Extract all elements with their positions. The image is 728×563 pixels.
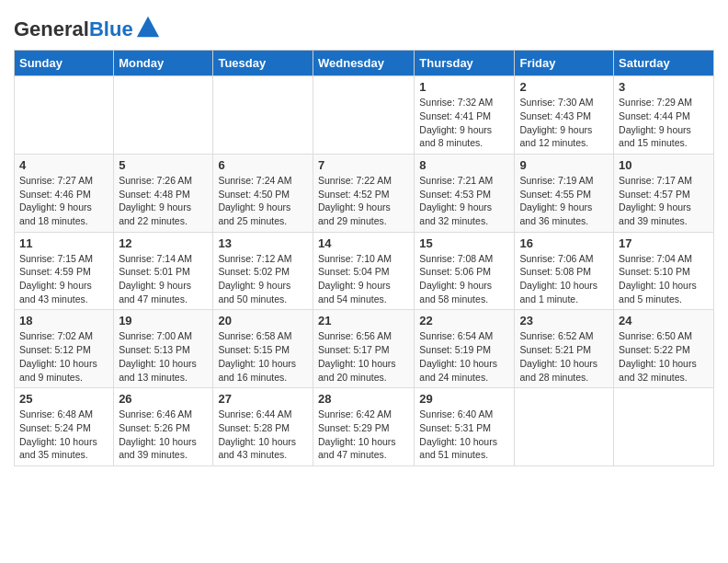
calendar-cell: 19Sunrise: 7:00 AMSunset: 5:13 PMDayligh…	[114, 310, 213, 388]
day-number: 10	[619, 158, 709, 172]
day-number: 3	[619, 80, 709, 94]
calendar-cell: 11Sunrise: 7:15 AMSunset: 4:59 PMDayligh…	[15, 232, 114, 310]
day-info: Sunrise: 7:17 AMSunset: 4:57 PMDaylight:…	[619, 174, 709, 228]
day-info: Sunrise: 7:30 AMSunset: 4:43 PMDaylight:…	[519, 96, 609, 150]
day-number: 11	[19, 236, 108, 250]
header-row: SundayMondayTuesdayWednesdayThursdayFrid…	[15, 51, 714, 76]
day-info: Sunrise: 7:10 AMSunset: 5:04 PMDaylight:…	[318, 252, 409, 306]
day-info: Sunrise: 7:27 AMSunset: 4:46 PMDaylight:…	[19, 174, 108, 228]
calendar-cell: 18Sunrise: 7:02 AMSunset: 5:12 PMDayligh…	[15, 310, 114, 388]
day-info: Sunrise: 6:52 AMSunset: 5:21 PMDaylight:…	[519, 329, 609, 384]
calendar-cell	[313, 76, 414, 155]
header-cell-saturday: Saturday	[614, 51, 714, 76]
day-info: Sunrise: 7:21 AMSunset: 4:53 PMDaylight:…	[419, 174, 509, 228]
day-number: 1	[419, 80, 509, 94]
day-number: 7	[318, 158, 409, 172]
calendar-cell: 14Sunrise: 7:10 AMSunset: 5:04 PMDayligh…	[313, 232, 414, 310]
header-cell-monday: Monday	[114, 51, 213, 76]
day-number: 18	[19, 314, 108, 327]
day-number: 2	[519, 80, 609, 94]
day-number: 29	[419, 392, 509, 406]
day-number: 14	[318, 236, 409, 250]
logo-icon	[135, 15, 161, 40]
calendar-week-4: 18Sunrise: 7:02 AMSunset: 5:12 PMDayligh…	[15, 310, 714, 388]
calendar-cell	[213, 76, 313, 155]
day-info: Sunrise: 7:04 AMSunset: 5:10 PMDaylight:…	[619, 252, 709, 306]
calendar-cell: 28Sunrise: 6:42 AMSunset: 5:29 PMDayligh…	[313, 388, 414, 466]
calendar-cell: 21Sunrise: 6:56 AMSunset: 5:17 PMDayligh…	[313, 310, 414, 388]
day-number: 16	[519, 236, 609, 250]
calendar-cell: 15Sunrise: 7:08 AMSunset: 5:06 PMDayligh…	[415, 232, 515, 310]
day-info: Sunrise: 6:44 AMSunset: 5:28 PMDaylight:…	[218, 408, 308, 462]
day-number: 8	[419, 158, 509, 172]
calendar-cell: 17Sunrise: 7:04 AMSunset: 5:10 PMDayligh…	[614, 232, 714, 310]
day-info: Sunrise: 6:58 AMSunset: 5:15 PMDaylight:…	[218, 329, 308, 384]
calendar-cell: 8Sunrise: 7:21 AMSunset: 4:53 PMDaylight…	[415, 154, 515, 232]
day-info: Sunrise: 7:00 AMSunset: 5:13 PMDaylight:…	[119, 329, 208, 384]
day-info: Sunrise: 7:08 AMSunset: 5:06 PMDaylight:…	[419, 252, 509, 306]
calendar-cell: 25Sunrise: 6:48 AMSunset: 5:24 PMDayligh…	[15, 388, 114, 466]
day-info: Sunrise: 7:22 AMSunset: 4:52 PMDaylight:…	[318, 174, 409, 228]
day-number: 28	[318, 392, 409, 406]
day-info: Sunrise: 7:26 AMSunset: 4:48 PMDaylight:…	[119, 174, 208, 228]
calendar-cell: 3Sunrise: 7:29 AMSunset: 4:44 PMDaylight…	[614, 76, 714, 155]
day-number: 22	[419, 314, 509, 327]
calendar-cell: 27Sunrise: 6:44 AMSunset: 5:28 PMDayligh…	[213, 388, 313, 466]
day-info: Sunrise: 6:40 AMSunset: 5:31 PMDaylight:…	[419, 408, 509, 462]
day-number: 6	[218, 158, 308, 172]
day-number: 20	[218, 314, 308, 327]
calendar-week-1: 1Sunrise: 7:32 AMSunset: 4:41 PMDaylight…	[15, 76, 714, 155]
page-header: GeneralBlue	[14, 14, 714, 40]
day-info: Sunrise: 7:29 AMSunset: 4:44 PMDaylight:…	[619, 96, 709, 150]
day-info: Sunrise: 7:06 AMSunset: 5:08 PMDaylight:…	[519, 252, 609, 306]
calendar-week-2: 4Sunrise: 7:27 AMSunset: 4:46 PMDaylight…	[15, 154, 714, 232]
day-number: 12	[119, 236, 208, 250]
calendar-week-5: 25Sunrise: 6:48 AMSunset: 5:24 PMDayligh…	[15, 388, 714, 466]
calendar-week-3: 11Sunrise: 7:15 AMSunset: 4:59 PMDayligh…	[15, 232, 714, 310]
day-info: Sunrise: 7:32 AMSunset: 4:41 PMDaylight:…	[419, 96, 509, 150]
calendar-cell	[15, 76, 114, 155]
day-number: 5	[119, 158, 208, 172]
day-number: 27	[218, 392, 308, 406]
day-number: 21	[318, 314, 409, 327]
calendar-cell: 2Sunrise: 7:30 AMSunset: 4:43 PMDaylight…	[515, 76, 614, 155]
calendar-cell: 7Sunrise: 7:22 AMSunset: 4:52 PMDaylight…	[313, 154, 414, 232]
calendar-cell: 12Sunrise: 7:14 AMSunset: 5:01 PMDayligh…	[114, 232, 213, 310]
calendar-cell	[515, 388, 614, 466]
day-number: 23	[519, 314, 609, 327]
header-cell-tuesday: Tuesday	[213, 51, 313, 76]
day-number: 9	[519, 158, 609, 172]
calendar-cell: 13Sunrise: 7:12 AMSunset: 5:02 PMDayligh…	[213, 232, 313, 310]
calendar-cell: 26Sunrise: 6:46 AMSunset: 5:26 PMDayligh…	[114, 388, 213, 466]
calendar-cell: 24Sunrise: 6:50 AMSunset: 5:22 PMDayligh…	[614, 310, 714, 388]
day-info: Sunrise: 7:19 AMSunset: 4:55 PMDaylight:…	[519, 174, 609, 228]
day-info: Sunrise: 7:15 AMSunset: 4:59 PMDaylight:…	[19, 252, 108, 306]
calendar-cell	[614, 388, 714, 466]
header-cell-friday: Friday	[515, 51, 614, 76]
day-number: 15	[419, 236, 509, 250]
day-info: Sunrise: 6:46 AMSunset: 5:26 PMDaylight:…	[119, 408, 208, 462]
calendar-cell: 29Sunrise: 6:40 AMSunset: 5:31 PMDayligh…	[415, 388, 515, 466]
logo: GeneralBlue	[14, 18, 161, 40]
calendar-table: SundayMondayTuesdayWednesdayThursdayFrid…	[14, 50, 714, 466]
day-number: 4	[19, 158, 108, 172]
day-number: 13	[218, 236, 308, 250]
header-cell-thursday: Thursday	[415, 51, 515, 76]
day-info: Sunrise: 6:54 AMSunset: 5:19 PMDaylight:…	[419, 329, 509, 384]
day-number: 24	[619, 314, 709, 327]
header-cell-wednesday: Wednesday	[313, 51, 414, 76]
calendar-cell: 1Sunrise: 7:32 AMSunset: 4:41 PMDaylight…	[415, 76, 515, 155]
calendar-header: SundayMondayTuesdayWednesdayThursdayFrid…	[15, 51, 714, 76]
calendar-cell: 20Sunrise: 6:58 AMSunset: 5:15 PMDayligh…	[213, 310, 313, 388]
logo-text: GeneralBlue	[14, 18, 133, 40]
calendar-cell: 9Sunrise: 7:19 AMSunset: 4:55 PMDaylight…	[515, 154, 614, 232]
day-info: Sunrise: 7:12 AMSunset: 5:02 PMDaylight:…	[218, 252, 308, 306]
calendar-cell: 16Sunrise: 7:06 AMSunset: 5:08 PMDayligh…	[515, 232, 614, 310]
calendar-cell: 10Sunrise: 7:17 AMSunset: 4:57 PMDayligh…	[614, 154, 714, 232]
day-info: Sunrise: 6:48 AMSunset: 5:24 PMDaylight:…	[19, 408, 108, 462]
calendar-cell: 5Sunrise: 7:26 AMSunset: 4:48 PMDaylight…	[114, 154, 213, 232]
calendar-cell: 4Sunrise: 7:27 AMSunset: 4:46 PMDaylight…	[15, 154, 114, 232]
day-info: Sunrise: 6:56 AMSunset: 5:17 PMDaylight:…	[318, 329, 409, 384]
calendar-cell	[114, 76, 213, 155]
day-info: Sunrise: 6:42 AMSunset: 5:29 PMDaylight:…	[318, 408, 409, 462]
